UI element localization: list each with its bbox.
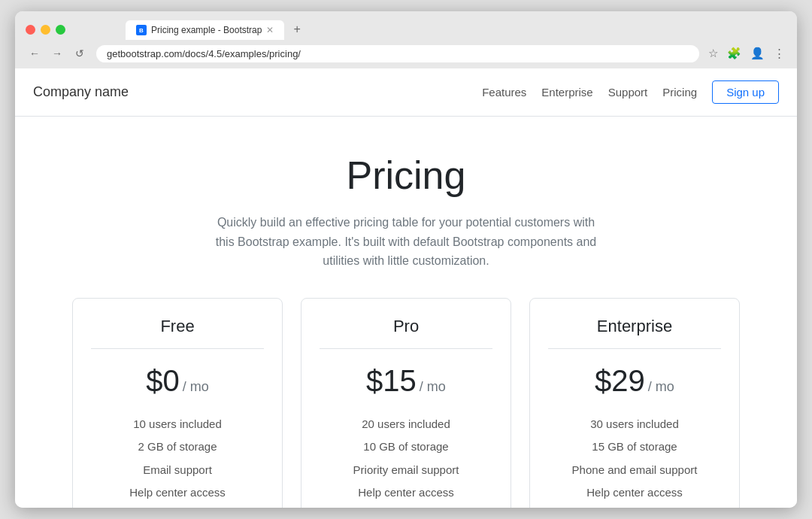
browser-icons: ☆ 🧩 👤 ⋮ <box>707 45 786 62</box>
nav-link-enterprise[interactable]: Enterprise <box>541 86 592 99</box>
price-amount-free: $0 <box>146 364 180 398</box>
tab-favicon-icon: B <box>136 25 147 35</box>
feature-item: Phone and email support <box>548 459 721 482</box>
feature-item: Help center access <box>91 481 264 505</box>
feature-item: 10 users included <box>91 413 264 436</box>
card-title-free: Free <box>91 317 264 349</box>
price-period-pro: / mo <box>420 379 446 395</box>
bookmark-icon[interactable]: ☆ <box>707 45 720 62</box>
feature-item: 30 users included <box>548 413 721 436</box>
reload-button[interactable]: ↺ <box>71 44 89 62</box>
features-list-free: 10 users included 2 GB of storage Email … <box>91 413 264 505</box>
extensions-icon[interactable]: 🧩 <box>726 45 743 62</box>
price-amount-pro: $15 <box>366 364 417 398</box>
traffic-lights <box>26 25 65 35</box>
price-period-free: / mo <box>183 379 209 395</box>
price-period-enterprise: / mo <box>648 379 674 395</box>
navbar-nav: Features Enterprise Support Pricing Sign… <box>482 80 779 104</box>
card-title-pro: Pro <box>320 317 492 349</box>
feature-item: 2 GB of storage <box>91 436 264 459</box>
nav-buttons: ← → ↺ <box>26 44 89 62</box>
forward-button[interactable]: → <box>48 44 66 62</box>
price-row-enterprise: $29 / mo <box>548 364 721 398</box>
close-button[interactable] <box>26 25 35 35</box>
feature-item: 15 GB of storage <box>548 436 721 459</box>
features-list-pro: 20 users included 10 GB of storage Prior… <box>320 413 492 505</box>
back-button[interactable]: ← <box>26 44 44 62</box>
nav-link-support[interactable]: Support <box>608 86 648 99</box>
tab-title: Pricing example - Bootstrap <box>151 25 262 35</box>
tab-close-icon[interactable]: ✕ <box>266 25 274 35</box>
browser-tab[interactable]: B Pricing example - Bootstrap ✕ <box>126 20 284 40</box>
title-bar: B Pricing example - Bootstrap ✕ + <box>15 11 797 40</box>
feature-item: Priority email support <box>320 459 492 482</box>
browser-window: B Pricing example - Bootstrap ✕ + ← → ↺ … <box>15 11 797 508</box>
feature-item: Help center access <box>548 481 721 505</box>
hero-section: Pricing Quickly build an effective prici… <box>15 117 797 298</box>
card-title-enterprise: Enterprise <box>548 317 721 349</box>
nav-link-features[interactable]: Features <box>482 86 526 99</box>
pricing-card-pro: Pro $15 / mo 20 users included 10 GB of … <box>301 298 511 508</box>
hero-title: Pricing <box>33 153 779 198</box>
feature-item: Email support <box>91 459 264 482</box>
menu-icon[interactable]: ⋮ <box>772 45 786 62</box>
hero-description: Quickly build an effective pricing table… <box>211 213 601 271</box>
url-bar[interactable] <box>96 45 699 62</box>
maximize-button[interactable] <box>56 25 65 35</box>
new-tab-button[interactable]: + <box>287 19 306 40</box>
price-row-pro: $15 / mo <box>320 364 492 398</box>
pricing-card-enterprise: Enterprise $29 / mo 30 users included 15… <box>529 298 740 508</box>
price-amount-enterprise: $29 <box>595 364 645 398</box>
navbar-brand[interactable]: Company name <box>33 84 129 100</box>
feature-item: 20 users included <box>320 413 492 436</box>
nav-link-pricing[interactable]: Pricing <box>662 86 697 99</box>
minimize-button[interactable] <box>41 25 50 35</box>
price-row-free: $0 / mo <box>91 364 264 398</box>
address-bar: ← → ↺ ☆ 🧩 👤 ⋮ <box>15 40 797 68</box>
tab-bar: B Pricing example - Bootstrap ✕ + <box>126 19 307 40</box>
page-content: Company name Features Enterprise Support… <box>15 68 797 508</box>
profile-icon[interactable]: 👤 <box>749 45 766 62</box>
feature-item: Help center access <box>320 481 492 505</box>
site-navbar: Company name Features Enterprise Support… <box>15 68 797 117</box>
feature-item: 10 GB of storage <box>320 436 492 459</box>
pricing-card-free: Free $0 / mo 10 users included 2 GB of s… <box>72 298 283 508</box>
pricing-section: Free $0 / mo 10 users included 2 GB of s… <box>15 298 797 508</box>
features-list-enterprise: 30 users included 15 GB of storage Phone… <box>548 413 721 505</box>
signup-button[interactable]: Sign up <box>712 80 779 104</box>
